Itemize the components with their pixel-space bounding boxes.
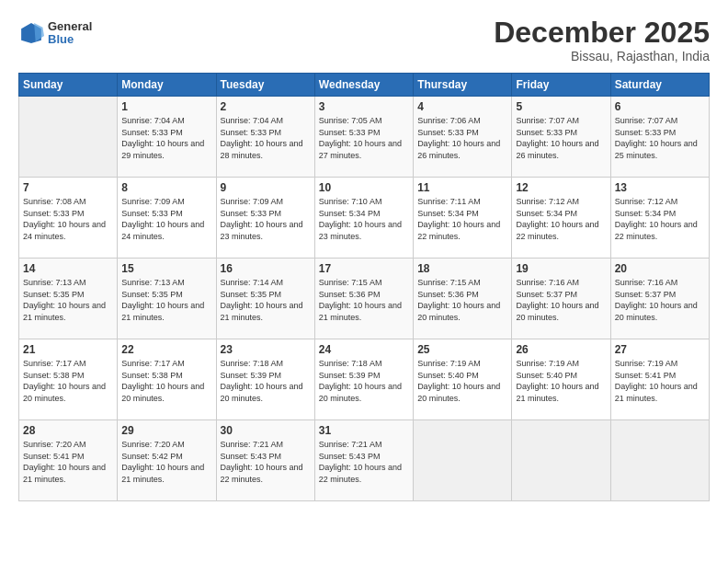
day-number: 13: [615, 181, 705, 194]
day-info: Sunrise: 7:07 AMSunset: 5:33 PMDaylight:…: [516, 115, 606, 161]
weekday-header: Friday: [512, 74, 610, 97]
calendar-cell: 26Sunrise: 7:19 AMSunset: 5:40 PMDayligh…: [512, 339, 610, 420]
weekday-header: Thursday: [414, 74, 512, 97]
day-number: 6: [615, 100, 705, 113]
day-info: Sunrise: 7:18 AMSunset: 5:39 PMDaylight:…: [319, 358, 409, 404]
day-info: Sunrise: 7:18 AMSunset: 5:39 PMDaylight:…: [221, 358, 311, 404]
day-number: 27: [615, 343, 705, 356]
day-number: 20: [615, 262, 705, 275]
calendar-body: 1Sunrise: 7:04 AMSunset: 5:33 PMDaylight…: [19, 97, 710, 501]
day-info: Sunrise: 7:19 AMSunset: 5:41 PMDaylight:…: [615, 358, 705, 404]
day-info: Sunrise: 7:07 AMSunset: 5:33 PMDaylight:…: [615, 115, 705, 161]
calendar-cell: 9Sunrise: 7:09 AMSunset: 5:33 PMDaylight…: [216, 178, 314, 259]
location: Bissau, Rajasthan, India: [494, 49, 710, 63]
calendar-cell: 22Sunrise: 7:17 AMSunset: 5:38 PMDayligh…: [118, 339, 216, 420]
calendar-cell: 15Sunrise: 7:13 AMSunset: 5:35 PMDayligh…: [118, 259, 216, 339]
weekday-header: Saturday: [610, 74, 709, 97]
calendar-cell: 5Sunrise: 7:07 AMSunset: 5:33 PMDaylight…: [512, 97, 610, 178]
calendar-cell: 21Sunrise: 7:17 AMSunset: 5:38 PMDayligh…: [19, 339, 118, 420]
calendar-week-row: 28Sunrise: 7:20 AMSunset: 5:41 PMDayligh…: [19, 420, 710, 501]
day-info: Sunrise: 7:15 AMSunset: 5:36 PMDaylight:…: [319, 277, 409, 323]
day-info: Sunrise: 7:20 AMSunset: 5:42 PMDaylight:…: [121, 439, 211, 485]
day-number: 24: [319, 343, 409, 356]
logo-text-blue: Blue: [48, 32, 74, 46]
calendar-cell: 10Sunrise: 7:10 AMSunset: 5:34 PMDayligh…: [314, 178, 413, 259]
header-row: General Blue December 2025 Bissau, Rajas…: [18, 17, 710, 63]
weekday-header: Wednesday: [314, 74, 413, 97]
calendar-cell: 19Sunrise: 7:16 AMSunset: 5:37 PMDayligh…: [512, 259, 610, 339]
weekday-header: Tuesday: [216, 74, 314, 97]
day-info: Sunrise: 7:13 AMSunset: 5:35 PMDaylight:…: [121, 277, 211, 323]
calendar-cell: 24Sunrise: 7:18 AMSunset: 5:39 PMDayligh…: [314, 339, 413, 420]
calendar-cell: 14Sunrise: 7:13 AMSunset: 5:35 PMDayligh…: [19, 259, 118, 339]
day-info: Sunrise: 7:09 AMSunset: 5:33 PMDaylight:…: [121, 196, 211, 242]
day-info: Sunrise: 7:12 AMSunset: 5:34 PMDaylight:…: [516, 196, 606, 242]
day-info: Sunrise: 7:09 AMSunset: 5:33 PMDaylight:…: [221, 196, 311, 242]
day-info: Sunrise: 7:17 AMSunset: 5:38 PMDaylight:…: [23, 358, 113, 404]
day-info: Sunrise: 7:15 AMSunset: 5:36 PMDaylight:…: [417, 277, 507, 323]
day-number: 3: [319, 100, 409, 113]
day-number: 17: [319, 262, 409, 275]
day-info: Sunrise: 7:06 AMSunset: 5:33 PMDaylight:…: [417, 115, 507, 161]
day-number: 21: [23, 343, 113, 356]
day-number: 19: [516, 262, 606, 275]
calendar-cell: [414, 420, 512, 501]
day-number: 11: [417, 181, 507, 194]
day-number: 10: [319, 181, 409, 194]
day-number: 25: [417, 343, 507, 356]
day-info: Sunrise: 7:19 AMSunset: 5:40 PMDaylight:…: [516, 358, 606, 404]
calendar-cell: [512, 420, 610, 501]
calendar-cell: 6Sunrise: 7:07 AMSunset: 5:33 PMDaylight…: [610, 97, 709, 178]
day-number: 15: [121, 262, 211, 275]
calendar-cell: 2Sunrise: 7:04 AMSunset: 5:33 PMDaylight…: [216, 97, 314, 178]
calendar-cell: 28Sunrise: 7:20 AMSunset: 5:41 PMDayligh…: [19, 420, 118, 501]
calendar-header-row: SundayMondayTuesdayWednesdayThursdayFrid…: [19, 74, 710, 97]
day-info: Sunrise: 7:16 AMSunset: 5:37 PMDaylight:…: [615, 277, 705, 323]
day-number: 23: [221, 343, 311, 356]
calendar-cell: 20Sunrise: 7:16 AMSunset: 5:37 PMDayligh…: [610, 259, 709, 339]
day-info: Sunrise: 7:19 AMSunset: 5:40 PMDaylight:…: [417, 358, 507, 404]
calendar-cell: 3Sunrise: 7:05 AMSunset: 5:33 PMDaylight…: [314, 97, 413, 178]
calendar-week-row: 14Sunrise: 7:13 AMSunset: 5:35 PMDayligh…: [19, 259, 710, 339]
day-number: 14: [23, 262, 113, 275]
day-info: Sunrise: 7:21 AMSunset: 5:43 PMDaylight:…: [221, 439, 311, 485]
day-number: 12: [516, 181, 606, 194]
calendar-cell: 29Sunrise: 7:20 AMSunset: 5:42 PMDayligh…: [118, 420, 216, 501]
day-info: Sunrise: 7:17 AMSunset: 5:38 PMDaylight:…: [121, 358, 211, 404]
calendar-cell: 1Sunrise: 7:04 AMSunset: 5:33 PMDaylight…: [118, 97, 216, 178]
calendar-cell: 13Sunrise: 7:12 AMSunset: 5:34 PMDayligh…: [610, 178, 709, 259]
day-info: Sunrise: 7:12 AMSunset: 5:34 PMDaylight:…: [615, 196, 705, 242]
day-info: Sunrise: 7:05 AMSunset: 5:33 PMDaylight:…: [319, 115, 409, 161]
calendar-cell: 16Sunrise: 7:14 AMSunset: 5:35 PMDayligh…: [216, 259, 314, 339]
month-title: December 2025: [494, 17, 710, 49]
logo-icon: [18, 20, 44, 46]
day-number: 31: [319, 424, 409, 437]
day-number: 29: [121, 424, 211, 437]
day-number: 2: [221, 100, 311, 113]
calendar-cell: 18Sunrise: 7:15 AMSunset: 5:36 PMDayligh…: [414, 259, 512, 339]
svg-marker-1: [34, 23, 44, 41]
day-number: 9: [221, 181, 311, 194]
day-number: 7: [23, 181, 113, 194]
calendar-container: General Blue December 2025 Bissau, Rajas…: [0, 0, 728, 511]
calendar-table: SundayMondayTuesdayWednesdayThursdayFrid…: [18, 73, 710, 501]
day-info: Sunrise: 7:21 AMSunset: 5:43 PMDaylight:…: [319, 439, 409, 485]
day-number: 8: [121, 181, 211, 194]
day-number: 26: [516, 343, 606, 356]
day-info: Sunrise: 7:08 AMSunset: 5:33 PMDaylight:…: [23, 196, 113, 242]
day-number: 4: [417, 100, 507, 113]
calendar-cell: [19, 97, 118, 178]
logo: General Blue: [18, 20, 92, 47]
calendar-cell: 8Sunrise: 7:09 AMSunset: 5:33 PMDaylight…: [118, 178, 216, 259]
day-info: Sunrise: 7:16 AMSunset: 5:37 PMDaylight:…: [516, 277, 606, 323]
day-info: Sunrise: 7:10 AMSunset: 5:34 PMDaylight:…: [319, 196, 409, 242]
calendar-cell: [610, 420, 709, 501]
calendar-cell: 12Sunrise: 7:12 AMSunset: 5:34 PMDayligh…: [512, 178, 610, 259]
day-number: 16: [221, 262, 311, 275]
day-number: 22: [121, 343, 211, 356]
day-number: 1: [121, 100, 211, 113]
day-info: Sunrise: 7:20 AMSunset: 5:41 PMDaylight:…: [23, 439, 113, 485]
day-number: 18: [417, 262, 507, 275]
calendar-cell: 27Sunrise: 7:19 AMSunset: 5:41 PMDayligh…: [610, 339, 709, 420]
calendar-cell: 7Sunrise: 7:08 AMSunset: 5:33 PMDaylight…: [19, 178, 118, 259]
